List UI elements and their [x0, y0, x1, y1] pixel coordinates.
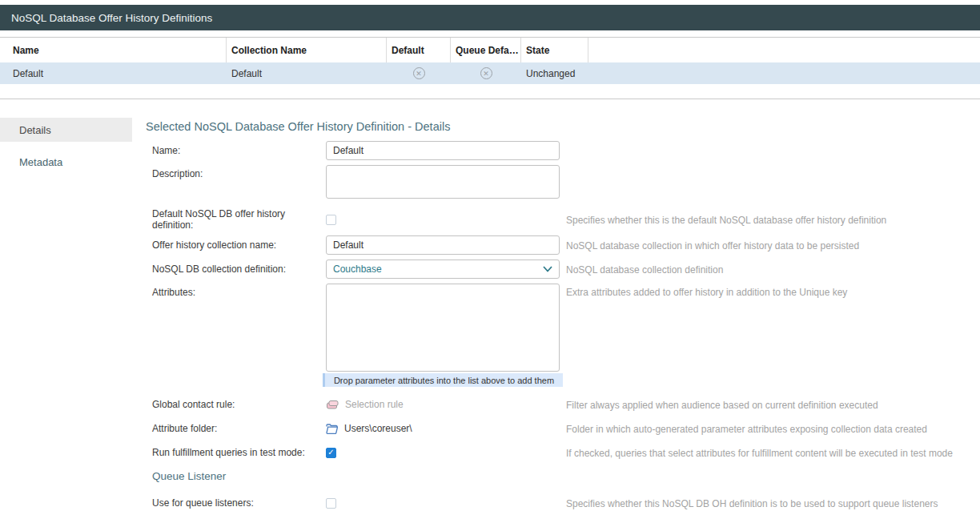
- default-definition-checkbox[interactable]: ✓: [326, 215, 336, 225]
- attribute-folder-value: Users\coreuser\: [344, 423, 412, 434]
- details-panel: Selected NoSQL Database Offer History De…: [132, 108, 980, 511]
- collection-name-label: Offer history collection name:: [152, 239, 326, 251]
- collection-definition-help: NoSQL database collection definition: [566, 264, 723, 276]
- circle-x-icon: ✕: [413, 67, 425, 79]
- field-row-name: Name:: [152, 141, 980, 160]
- column-header-name[interactable]: Name: [0, 38, 227, 62]
- name-label: Name:: [152, 145, 326, 156]
- column-header-queue-default[interactable]: Queue Defa…: [451, 38, 521, 62]
- collection-name-input[interactable]: [326, 235, 560, 255]
- attribute-folder-label: Attribute folder:: [152, 423, 326, 434]
- field-row-default-definition: Default NoSQL DB offer history definitio…: [152, 208, 980, 231]
- default-definition-help: Specifies whether this is the default No…: [566, 214, 886, 226]
- field-row-queue-listeners: Use for queue listeners: ✓ Specifies whe…: [152, 493, 980, 511]
- field-row-attribute-folder: Attribute folder: Users\coreuser\ Folder…: [152, 419, 980, 438]
- content-region: Details Metadata Selected NoSQL Database…: [0, 108, 980, 511]
- test-mode-help: If checked, queries that select attribut…: [566, 447, 953, 459]
- row-cell-name: Default: [0, 62, 227, 84]
- table-empty-row: [0, 84, 980, 99]
- attribute-folder-picker[interactable]: Users\coreuser\: [326, 423, 566, 434]
- circle-x-icon: ✕: [480, 67, 492, 79]
- field-row-global-contact-rule: Global contact rule: Selection rule Filt…: [152, 395, 980, 414]
- attributes-listbox[interactable]: [326, 284, 560, 372]
- description-label: Description:: [152, 165, 326, 179]
- field-row-description: Description:: [152, 165, 980, 202]
- attributes-help: Extra attributes added to offer history …: [566, 284, 847, 298]
- attributes-label: Attributes:: [152, 284, 326, 298]
- field-row-collection-definition: NoSQL DB collection definition: Couchbas…: [152, 260, 980, 279]
- row-cell-default: ✕: [387, 62, 451, 84]
- selection-rule-icon: [326, 400, 339, 410]
- global-contact-rule-label: Global contact rule:: [152, 399, 326, 410]
- tab-details[interactable]: Details: [0, 118, 132, 142]
- column-header-default[interactable]: Default: [387, 38, 451, 62]
- row-cell-queue-default: ✕: [451, 62, 521, 84]
- page-title: NoSQL Database Offer History Definitions: [11, 12, 212, 24]
- row-cell-state: Unchanged: [521, 62, 588, 84]
- attributes-drop-hint: Drop parameter attributes into the list …: [323, 373, 563, 387]
- global-contact-rule-picker[interactable]: Selection rule: [326, 399, 566, 410]
- field-row-attributes: Attributes: Drop parameter attributes in…: [152, 284, 980, 387]
- column-header-state[interactable]: State: [521, 38, 588, 62]
- description-input[interactable]: [326, 165, 560, 199]
- definitions-table: Name Collection Name Default Queue Defa……: [0, 37, 980, 99]
- collection-definition-label: NoSQL DB collection definition:: [152, 264, 326, 275]
- default-definition-label: Default NoSQL DB offer history definitio…: [152, 208, 326, 231]
- chevron-down-icon: [543, 266, 552, 272]
- test-mode-label: Run fulfillment queries in test mode:: [152, 447, 326, 458]
- queue-listeners-checkbox[interactable]: ✓: [326, 498, 336, 509]
- field-row-collection-name: Offer history collection name: NoSQL dat…: [152, 235, 980, 255]
- details-panel-title: Selected NoSQL Database Offer History De…: [146, 120, 980, 133]
- page-title-bar: NoSQL Database Offer History Definitions: [0, 5, 980, 30]
- column-header-collection-name[interactable]: Collection Name: [227, 38, 387, 62]
- tab-metadata[interactable]: Metadata: [0, 150, 132, 174]
- name-input[interactable]: [326, 141, 560, 160]
- queue-listener-section-title: Queue Listener: [152, 470, 980, 482]
- field-row-test-mode: Run fulfillment queries in test mode: ✓ …: [152, 443, 980, 462]
- test-mode-checkbox[interactable]: ✓: [326, 448, 336, 458]
- folder-icon: [326, 424, 338, 434]
- queue-listeners-help: Specifies whether this NoSQL DB OH defin…: [566, 497, 938, 509]
- global-contact-rule-help: Filter always applied when audience base…: [566, 399, 878, 411]
- collection-name-help: NoSQL database collection in which offer…: [566, 239, 859, 251]
- global-contact-rule-value: Selection rule: [345, 399, 404, 410]
- collection-definition-value: Couchbase: [333, 264, 382, 275]
- column-header-filler: [588, 38, 980, 62]
- collection-definition-select[interactable]: Couchbase: [326, 260, 560, 279]
- row-cell-collection-name: Default: [227, 62, 387, 84]
- table-row[interactable]: Default Default ✕ ✕ Unchanged: [0, 62, 980, 84]
- attribute-folder-help: Folder in which auto-generated parameter…: [566, 423, 927, 435]
- table-header-row: Name Collection Name Default Queue Defa……: [0, 38, 980, 62]
- sidebar: Details Metadata: [0, 108, 132, 511]
- queue-listeners-label: Use for queue listeners:: [152, 497, 326, 509]
